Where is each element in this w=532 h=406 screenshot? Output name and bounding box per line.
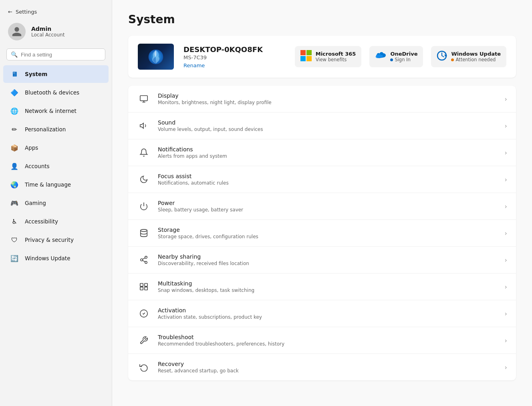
settings-row-troubleshoot[interactable]: Troubleshoot Recommended troubleshooters…	[128, 327, 516, 354]
recovery-title: Recovery	[158, 361, 498, 367]
activation-chevron: ›	[505, 310, 507, 318]
storage-icon	[137, 226, 151, 240]
nearby-title: Nearby sharing	[158, 253, 498, 260]
sound-chevron: ›	[505, 122, 507, 130]
sidebar-item-apps[interactable]: 📦 Apps	[3, 139, 109, 157]
settings-row-notifications[interactable]: Notifications Alerts from apps and syste…	[128, 139, 516, 166]
sidebar-item-accessibility[interactable]: ♿ Accessibility	[3, 213, 109, 230]
nearby-icon	[137, 253, 151, 267]
multitasking-subtitle: Snap windows, desktops, task switching	[158, 287, 498, 293]
search-box[interactable]: 🔍	[6, 48, 105, 60]
nearby-text: Nearby sharing Discoverability, received…	[158, 253, 498, 266]
network-label: Network & internet	[25, 108, 77, 114]
settings-row-focus[interactable]: Focus assist Notifications, automatic ru…	[128, 166, 516, 193]
update-label: Windows Update	[25, 255, 70, 261]
system-label: System	[25, 71, 47, 77]
pc-info: DESKTOP-0KQO8FK MS-7C39 Rename	[183, 45, 285, 68]
notifications-subtitle: Alerts from apps and system	[158, 153, 498, 159]
bluetooth-icon: 🔷	[10, 88, 19, 97]
sidebar-item-system[interactable]: 🖥 System	[3, 65, 109, 83]
display-icon	[137, 92, 151, 106]
troubleshoot-chevron: ›	[505, 337, 507, 344]
privacy-label: Privacy & security	[25, 237, 74, 243]
storage-text: Storage Storage space, drives, configura…	[158, 227, 498, 239]
app-title: Settings	[16, 9, 37, 15]
svg-point-8	[141, 229, 147, 232]
winupdate-widget[interactable]: Windows Update Attention needed	[431, 46, 506, 67]
sidebar-item-accounts[interactable]: 👤 Accounts	[3, 157, 109, 175]
storage-chevron: ›	[505, 229, 507, 237]
sidebar-item-privacy[interactable]: 🛡 Privacy & security	[3, 231, 109, 249]
focus-icon	[137, 173, 151, 186]
search-input[interactable]	[21, 52, 101, 58]
sidebar-item-update[interactable]: 🔄 Windows Update	[3, 249, 109, 267]
winupdate-title: Windows Update	[451, 51, 501, 57]
ms365-title: Microsoft 365	[316, 51, 356, 57]
sidebar-item-time[interactable]: 🌏 Time & language	[3, 176, 109, 193]
nearby-subtitle: Discoverability, received files location	[158, 261, 498, 266]
winupdate-icon	[437, 50, 447, 63]
onedrive-dot	[390, 58, 393, 61]
power-chevron: ›	[505, 203, 507, 210]
search-icon: 🔍	[11, 51, 18, 58]
activation-title: Activation	[158, 307, 498, 314]
settings-row-multitasking[interactable]: Multitasking Snap windows, desktops, tas…	[128, 273, 516, 300]
main-content: System DESKTOP-0KQO8F	[112, 0, 532, 406]
settings-row-power[interactable]: Power Sleep, battery usage, battery save…	[128, 193, 516, 220]
winupdate-text: Windows Update Attention needed	[451, 51, 501, 62]
time-label: Time & language	[25, 181, 71, 188]
notifications-icon	[137, 146, 151, 159]
system-icon: 🖥	[10, 69, 19, 79]
ms365-text: Microsoft 365 View benefits	[316, 51, 356, 62]
pc-thumbnail	[138, 44, 174, 70]
user-header: Admin Local Account	[0, 19, 112, 48]
recovery-icon	[137, 360, 151, 374]
apps-icon: 📦	[10, 143, 19, 153]
activation-icon	[137, 307, 151, 320]
svg-point-10	[141, 259, 143, 261]
avatar	[8, 23, 26, 40]
personalization-icon: ✏️	[10, 125, 19, 134]
ms365-icon	[300, 50, 312, 63]
rename-link[interactable]: Rename	[183, 62, 205, 68]
multitasking-title: Multitasking	[158, 280, 498, 287]
svg-rect-4	[306, 56, 312, 61]
recovery-subtitle: Reset, advanced startup, go back	[158, 368, 498, 374]
update-icon: 🔄	[10, 253, 19, 263]
sound-title: Sound	[158, 119, 498, 126]
svg-rect-14	[140, 283, 143, 286]
ms365-widget[interactable]: Microsoft 365 View benefits	[295, 46, 362, 67]
sidebar: ← Settings Admin Local Account 🔍 🖥 Syste…	[0, 0, 112, 406]
settings-row-nearby[interactable]: Nearby sharing Discoverability, received…	[128, 247, 516, 273]
multitasking-chevron: ›	[505, 283, 507, 291]
storage-subtitle: Storage space, drives, configuration rul…	[158, 234, 498, 239]
onedrive-widget[interactable]: OneDrive Sign In	[369, 46, 423, 67]
svg-point-9	[145, 256, 147, 259]
settings-row-storage[interactable]: Storage Storage space, drives, configura…	[128, 220, 516, 247]
back-button[interactable]: ← Settings	[0, 6, 112, 17]
sound-subtitle: Volume levels, output, input, sound devi…	[158, 127, 498, 132]
multitasking-text: Multitasking Snap windows, desktops, tas…	[158, 280, 498, 293]
sidebar-item-bluetooth[interactable]: 🔷 Bluetooth & devices	[3, 84, 109, 101]
settings-row-display[interactable]: Display Monitors, brightness, night ligh…	[128, 86, 516, 113]
sound-text: Sound Volume levels, output, input, soun…	[158, 119, 498, 132]
settings-list: Display Monitors, brightness, night ligh…	[128, 86, 516, 380]
settings-row-sound[interactable]: Sound Volume levels, output, input, soun…	[128, 113, 516, 139]
sidebar-item-personalization[interactable]: ✏️ Personalization	[3, 121, 109, 138]
settings-row-activation[interactable]: Activation Activation state, subscriptio…	[128, 300, 516, 327]
sidebar-item-gaming[interactable]: 🎮 Gaming	[3, 194, 109, 212]
user-info: Admin Local Account	[31, 26, 64, 38]
user-name: Admin	[31, 26, 64, 32]
svg-rect-2	[306, 50, 312, 55]
ms365-sub: View benefits	[316, 57, 356, 62]
svg-rect-15	[145, 283, 147, 286]
svg-line-13	[143, 258, 145, 259]
sidebar-item-network[interactable]: 🌐 Network & internet	[3, 102, 109, 120]
display-title: Display	[158, 92, 498, 99]
accounts-label: Accounts	[25, 163, 50, 169]
power-title: Power	[158, 200, 498, 206]
person-icon	[11, 26, 22, 37]
accessibility-label: Accessibility	[25, 218, 58, 225]
pc-name: DESKTOP-0KQO8FK	[183, 45, 285, 54]
settings-row-recovery[interactable]: Recovery Reset, advanced startup, go bac…	[128, 354, 516, 380]
